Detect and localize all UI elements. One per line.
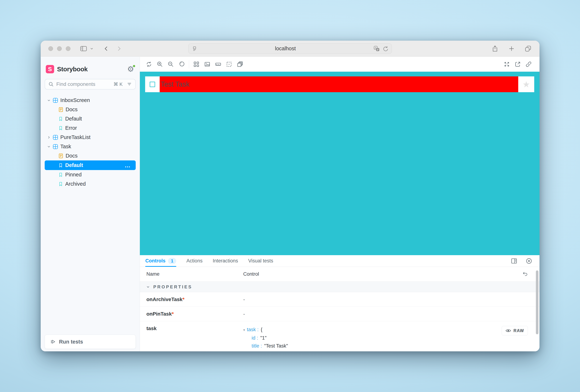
tab-interactions[interactable]: Interactions bbox=[213, 255, 238, 267]
sidebar-item-inboxscreen[interactable]: InboxScreen bbox=[41, 96, 140, 105]
reader-icon[interactable] bbox=[192, 46, 197, 51]
sidebar-item-task[interactable]: Task bbox=[41, 142, 140, 151]
tabs-overview-icon[interactable] bbox=[525, 45, 532, 52]
json-entry-id[interactable]: id :"1" bbox=[243, 334, 301, 342]
background-toggle-icon[interactable] bbox=[202, 59, 213, 70]
copy-link-icon[interactable] bbox=[523, 59, 534, 70]
address-bar[interactable]: localhost A bbox=[188, 43, 392, 54]
json-entry-title[interactable]: title :"Test Task" bbox=[243, 342, 301, 350]
zoom-out-icon[interactable] bbox=[165, 59, 176, 70]
sidebar-item-inboxscreen-docs[interactable]: Docs bbox=[41, 105, 140, 114]
controls-count-badge: 1 bbox=[168, 258, 176, 264]
outline-toggle-icon[interactable] bbox=[224, 59, 235, 70]
filter-icon[interactable] bbox=[127, 82, 132, 87]
section-title: PROPERTIES bbox=[153, 284, 192, 290]
story-layers-icon[interactable] bbox=[235, 59, 245, 70]
task-list-item: Test Task ★ bbox=[145, 76, 534, 92]
sidebar-item-task-docs[interactable]: Docs bbox=[41, 151, 140, 160]
panel-position-icon[interactable] bbox=[511, 258, 517, 264]
panel-tab-bar: Controls 1 Actions Interactions Visual t… bbox=[140, 255, 540, 267]
remount-icon[interactable] bbox=[144, 59, 154, 70]
docs-icon bbox=[58, 107, 63, 112]
reset-zoom-icon[interactable] bbox=[176, 59, 187, 70]
docs-icon bbox=[58, 153, 63, 158]
search-input[interactable]: Find components ⌘ K bbox=[45, 79, 136, 90]
control-row-onarchivetask: onArchiveTask* - bbox=[140, 292, 540, 307]
sidebar-item-task-archived[interactable]: Archived bbox=[41, 179, 140, 189]
desktop-background: localhost A bbox=[0, 0, 580, 392]
reset-controls-icon[interactable] bbox=[522, 272, 528, 277]
browser-toolbar: localhost A bbox=[41, 41, 540, 57]
json-root-line[interactable]: ▾task :{ bbox=[243, 326, 301, 334]
component-icon bbox=[53, 144, 58, 149]
tab-actions[interactable]: Actions bbox=[186, 255, 203, 267]
fullscreen-icon[interactable] bbox=[501, 59, 512, 70]
sidebar-chevron-icon[interactable] bbox=[90, 47, 94, 51]
tree-label: Default bbox=[65, 116, 82, 122]
collapse-triangle-icon: ▾ bbox=[243, 328, 245, 332]
back-icon[interactable] bbox=[103, 46, 109, 52]
zoom-button[interactable] bbox=[66, 46, 70, 51]
new-tab-icon[interactable] bbox=[508, 45, 515, 52]
sidebar-item-task-pinned[interactable]: Pinned bbox=[41, 170, 140, 179]
minimize-button[interactable] bbox=[57, 46, 62, 51]
tab-visual-tests[interactable]: Visual tests bbox=[248, 255, 273, 267]
component-icon bbox=[53, 135, 58, 140]
forward-icon[interactable] bbox=[116, 46, 122, 52]
json-tree-control[interactable]: ▾task :{ id :"1" title :"Test Task" stat… bbox=[243, 326, 301, 351]
settings-button[interactable]: ⚙ bbox=[126, 65, 135, 74]
chevron-down-icon[interactable] bbox=[47, 98, 51, 102]
task-checkbox[interactable] bbox=[150, 82, 155, 87]
sidebar-header: S Storybook ⚙ bbox=[46, 65, 135, 74]
sidebar-item-task-default-selected[interactable]: Default … bbox=[45, 160, 136, 170]
search-placeholder: Find components bbox=[56, 81, 95, 87]
tree-label: Default bbox=[65, 162, 83, 168]
close-panel-icon[interactable] bbox=[526, 258, 532, 264]
column-name: Name bbox=[146, 271, 243, 277]
tab-label: Actions bbox=[186, 258, 203, 264]
control-row-task: task ▾task :{ id :"1" title :"Test Task"… bbox=[140, 321, 540, 351]
storybook-logo: S bbox=[46, 65, 54, 73]
translate-icon[interactable]: A bbox=[373, 46, 380, 52]
tab-label: Controls bbox=[145, 258, 165, 264]
star-icon: ★ bbox=[522, 80, 530, 89]
search-shortcut: ⌘ K bbox=[113, 82, 123, 87]
zoom-in-icon[interactable] bbox=[154, 59, 165, 70]
chevron-right-icon[interactable] bbox=[47, 135, 51, 139]
prop-control-value: - bbox=[243, 296, 245, 302]
sidebar-item-inboxscreen-error[interactable]: Error bbox=[41, 123, 140, 133]
story-bookmark-icon bbox=[58, 182, 63, 187]
measure-icon[interactable] bbox=[213, 59, 224, 70]
tab-controls[interactable]: Controls 1 bbox=[145, 255, 176, 267]
component-tree: InboxScreen Docs Default Error bbox=[41, 96, 140, 189]
sidebar-toggle-icon[interactable] bbox=[80, 45, 87, 52]
json-entry-state[interactable]: state :"TASK_INBOX" bbox=[243, 350, 301, 351]
tab-label: Interactions bbox=[213, 258, 238, 264]
required-asterisk: * bbox=[172, 311, 174, 317]
task-title-cell[interactable]: Test Task bbox=[160, 76, 518, 92]
search-icon bbox=[48, 82, 54, 87]
open-external-icon[interactable] bbox=[512, 59, 523, 70]
sidebar: S Storybook ⚙ Find components ⌘ K bbox=[41, 57, 140, 351]
chevron-down-icon[interactable] bbox=[47, 145, 51, 149]
control-row-onpintask: onPinTask* - bbox=[140, 307, 540, 321]
raw-toggle-button[interactable]: RAW bbox=[502, 326, 528, 335]
chevron-down-icon bbox=[146, 285, 150, 289]
story-bookmark-icon bbox=[58, 126, 63, 131]
panel-scrollbar[interactable] bbox=[536, 270, 538, 334]
story-bookmark-icon bbox=[58, 172, 63, 177]
canvas-toolbar bbox=[140, 57, 540, 72]
run-tests-button[interactable]: Run tests bbox=[45, 335, 136, 349]
sidebar-item-inboxscreen-default[interactable]: Default bbox=[41, 114, 140, 123]
window-controls bbox=[48, 46, 70, 51]
properties-section-header[interactable]: PROPERTIES bbox=[140, 282, 540, 292]
sidebar-item-puretasklist[interactable]: PureTaskList bbox=[41, 133, 140, 142]
reload-icon[interactable] bbox=[383, 46, 388, 52]
close-button[interactable] bbox=[48, 46, 53, 51]
canvas-toolbar-right bbox=[501, 59, 534, 70]
tree-label: Docs bbox=[66, 153, 78, 159]
task-pin-cell[interactable]: ★ bbox=[518, 76, 534, 92]
grid-toggle-icon[interactable] bbox=[191, 59, 202, 70]
run-tests-label: Run tests bbox=[59, 339, 83, 345]
share-icon[interactable] bbox=[492, 45, 498, 52]
